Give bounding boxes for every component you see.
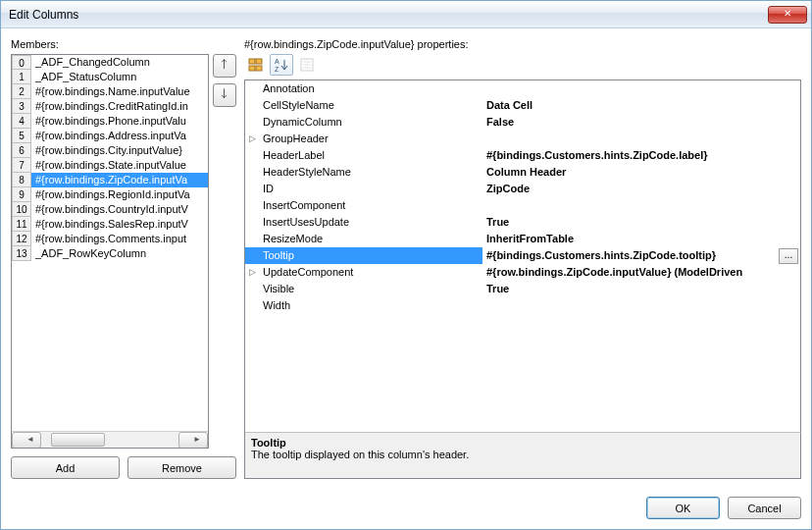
property-row[interactable]: VisibleTrue — [245, 281, 800, 297]
member-text: #{row.bindings.Phone.inputValu — [31, 114, 208, 129]
expand-icon — [245, 247, 259, 264]
svg-rect-0 — [249, 59, 255, 64]
property-value[interactable]: #{bindings.Customers.hints.ZipCode.label… — [482, 147, 800, 164]
members-list[interactable]: 0_ADF_ChangedColumn1_ADF_StatusColumn2#{… — [11, 54, 209, 449]
titlebar[interactable]: Edit Columns ✕ — [1, 1, 811, 28]
property-row[interactable]: CellStyleNameData Cell — [245, 97, 800, 114]
property-row[interactable]: IDZipCode — [245, 181, 800, 197]
member-row[interactable]: 10#{row.bindings.CountryId.inputV — [12, 202, 208, 217]
property-row[interactable]: DynamicColumnFalse — [245, 114, 800, 131]
member-row[interactable]: 11#{row.bindings.SalesRep.inputV — [12, 217, 208, 232]
member-text: #{row.bindings.Comments.input — [31, 232, 208, 246]
edit-columns-dialog: Edit Columns ✕ Members: 0_ADF_ChangedCol… — [0, 0, 812, 530]
close-icon[interactable]: ✕ — [768, 6, 807, 24]
move-up-button[interactable]: 🡑 — [213, 54, 236, 78]
member-index: 13 — [12, 246, 31, 261]
expand-icon[interactable]: ▷ — [245, 131, 259, 147]
property-value[interactable]: #{row.bindings.ZipCode.inputValue} (Mode… — [482, 264, 800, 281]
property-row[interactable]: Annotation — [245, 80, 800, 97]
property-grid[interactable]: AnnotationCellStyleNameData CellDynamicC… — [244, 80, 801, 433]
member-index: 1 — [12, 70, 31, 84]
property-value[interactable]: True — [482, 214, 800, 231]
property-value[interactable]: False — [482, 114, 800, 131]
add-button[interactable]: Add — [11, 456, 120, 479]
move-down-button[interactable]: 🡓 — [213, 83, 236, 107]
member-row[interactable]: 7#{row.bindings.State.inputValue — [12, 158, 208, 173]
property-row[interactable]: HeaderLabel#{bindings.Customers.hints.Zi… — [245, 147, 800, 164]
property-value[interactable]: ZipCode — [482, 181, 800, 197]
scroll-right-icon[interactable]: ► — [178, 432, 208, 449]
member-text: _ADF_StatusColumn — [31, 70, 208, 84]
member-row[interactable]: 5#{row.bindings.Address.inputVa — [12, 129, 208, 143]
member-row[interactable]: 8#{row.bindings.ZipCode.inputVa — [12, 173, 208, 187]
property-value[interactable] — [482, 131, 800, 147]
member-row[interactable]: 9#{row.bindings.RegionId.inputVa — [12, 187, 208, 202]
property-name: UpdateComponent — [259, 264, 482, 281]
member-index: 5 — [12, 129, 31, 143]
property-value[interactable]: Column Header — [482, 164, 800, 181]
property-name: GroupHeader — [259, 131, 482, 147]
alphabetical-view-button[interactable]: AZ — [270, 54, 293, 76]
property-value[interactable] — [482, 197, 800, 214]
property-row[interactable]: ▷GroupHeader — [245, 131, 800, 147]
description-title: Tooltip — [251, 437, 794, 449]
member-row[interactable]: 6#{row.bindings.City.inputValue} — [12, 143, 208, 158]
property-name: ID — [259, 181, 482, 197]
property-name: InsertComponent — [259, 197, 482, 214]
property-name: Tooltip — [259, 247, 482, 264]
property-row[interactable]: ResizeModeInheritFromTable — [245, 231, 800, 247]
member-text: #{row.bindings.ZipCode.inputVa — [31, 173, 208, 187]
svg-text:A: A — [275, 58, 279, 65]
property-description: Tooltip The tooltip displayed on this co… — [244, 432, 801, 479]
member-text: _ADF_RowKeyColumn — [31, 246, 208, 261]
member-row[interactable]: 12#{row.bindings.Comments.input — [12, 232, 208, 246]
property-name: HeaderStyleName — [259, 164, 482, 181]
property-row[interactable]: ▷UpdateComponent#{row.bindings.ZipCode.i… — [245, 264, 800, 281]
cancel-button[interactable]: Cancel — [728, 497, 801, 519]
property-row[interactable]: Tooltip#{bindings.Customers.hints.ZipCod… — [245, 247, 800, 264]
categorized-view-button[interactable] — [244, 54, 268, 76]
property-name: HeaderLabel — [259, 147, 482, 164]
scroll-thumb[interactable] — [51, 433, 105, 447]
member-row[interactable]: 2#{row.bindings.Name.inputValue — [12, 84, 208, 99]
ok-button[interactable]: OK — [646, 497, 720, 519]
svg-rect-1 — [256, 59, 262, 64]
window-title: Edit Columns — [9, 8, 768, 22]
member-row[interactable]: 0_ADF_ChangedColumn — [12, 55, 208, 70]
member-index: 3 — [12, 99, 31, 114]
property-row[interactable]: InsertUsesUpdateTrue — [245, 214, 800, 231]
property-row[interactable]: InsertComponent — [245, 197, 800, 214]
member-row[interactable]: 1_ADF_StatusColumn — [12, 70, 208, 84]
svg-rect-3 — [256, 66, 262, 71]
property-value[interactable] — [482, 80, 800, 97]
expand-icon — [245, 97, 259, 114]
remove-button[interactable]: Remove — [127, 456, 236, 479]
description-text: The tooltip displayed on this column's h… — [251, 449, 794, 460]
property-row[interactable]: Width — [245, 297, 800, 314]
member-index: 6 — [12, 143, 31, 158]
arrow-up-icon: 🡑 — [219, 58, 230, 72]
property-pages-button[interactable] — [295, 54, 319, 76]
expand-icon — [245, 197, 259, 214]
property-row[interactable]: HeaderStyleNameColumn Header — [245, 164, 800, 181]
member-text: #{row.bindings.CreditRatingId.in — [31, 99, 208, 114]
horizontal-scrollbar[interactable]: ◄ ► — [12, 431, 208, 448]
svg-rect-2 — [249, 66, 255, 71]
property-value[interactable]: Data Cell — [482, 97, 800, 114]
member-row[interactable]: 13_ADF_RowKeyColumn — [12, 246, 208, 261]
scroll-left-icon[interactable]: ◄ — [12, 432, 41, 449]
property-value[interactable] — [482, 297, 800, 314]
property-value[interactable]: #{bindings.Customers.hints.ZipCode.toolt… — [482, 247, 800, 264]
property-name: ResizeMode — [259, 231, 482, 247]
member-index: 12 — [12, 232, 31, 246]
categorized-icon — [248, 57, 264, 73]
property-name: Annotation — [259, 80, 482, 97]
arrow-down-icon: 🡓 — [219, 87, 230, 101]
member-index: 2 — [12, 84, 31, 99]
property-value[interactable]: True — [482, 281, 800, 297]
expand-icon[interactable]: ▷ — [245, 264, 259, 281]
member-row[interactable]: 3#{row.bindings.CreditRatingId.in — [12, 99, 208, 114]
expand-icon — [245, 80, 259, 97]
property-value[interactable]: InheritFromTable — [482, 231, 800, 247]
member-row[interactable]: 4#{row.bindings.Phone.inputValu — [12, 114, 208, 129]
